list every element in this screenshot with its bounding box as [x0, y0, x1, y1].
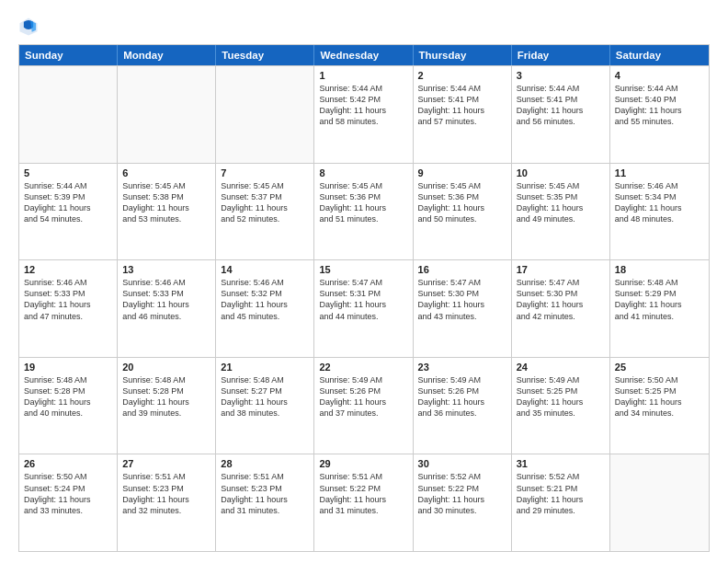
- day-number: 17: [517, 264, 605, 275]
- day-cell-4: 4Sunrise: 5:44 AM Sunset: 5:40 PM Daylig…: [610, 66, 709, 163]
- day-cell-1: 1Sunrise: 5:44 AM Sunset: 5:42 PM Daylig…: [314, 66, 413, 163]
- day-number: 12: [24, 264, 112, 275]
- day-info: Sunrise: 5:45 AM Sunset: 5:38 PM Dayligh…: [122, 180, 210, 225]
- day-info: Sunrise: 5:44 AM Sunset: 5:41 PM Dayligh…: [418, 83, 506, 128]
- day-cell-6: 6Sunrise: 5:45 AM Sunset: 5:38 PM Daylig…: [118, 164, 216, 260]
- calendar-body: 1Sunrise: 5:44 AM Sunset: 5:42 PM Daylig…: [19, 65, 709, 551]
- day-number: 16: [418, 264, 506, 275]
- day-number: 2: [418, 70, 506, 81]
- day-number: 13: [122, 264, 210, 275]
- day-cell-10: 10Sunrise: 5:45 AM Sunset: 5:35 PM Dayli…: [512, 164, 610, 260]
- day-number: 25: [615, 362, 704, 373]
- day-number: 15: [319, 264, 407, 275]
- day-info: Sunrise: 5:52 AM Sunset: 5:22 PM Dayligh…: [418, 471, 506, 516]
- day-info: Sunrise: 5:48 AM Sunset: 5:29 PM Dayligh…: [615, 277, 704, 322]
- day-info: Sunrise: 5:47 AM Sunset: 5:30 PM Dayligh…: [517, 277, 605, 322]
- day-number: 29: [319, 458, 407, 469]
- empty-cell: [216, 66, 314, 163]
- day-info: Sunrise: 5:46 AM Sunset: 5:33 PM Dayligh…: [122, 277, 210, 322]
- logo-icon: [18, 17, 39, 37]
- day-cell-15: 15Sunrise: 5:47 AM Sunset: 5:31 PM Dayli…: [314, 260, 413, 357]
- day-info: Sunrise: 5:48 AM Sunset: 5:27 PM Dayligh…: [221, 374, 309, 419]
- day-header-thursday: Thursday: [414, 45, 512, 65]
- day-cell-19: 19Sunrise: 5:48 AM Sunset: 5:28 PM Dayli…: [19, 358, 118, 454]
- day-info: Sunrise: 5:45 AM Sunset: 5:37 PM Dayligh…: [221, 180, 309, 225]
- day-cell-22: 22Sunrise: 5:49 AM Sunset: 5:26 PM Dayli…: [314, 358, 413, 454]
- calendar-header: SundayMondayTuesdayWednesdayThursdayFrid…: [19, 45, 709, 65]
- day-cell-18: 18Sunrise: 5:48 AM Sunset: 5:29 PM Dayli…: [610, 260, 709, 357]
- day-header-monday: Monday: [118, 45, 216, 65]
- day-header-wednesday: Wednesday: [314, 45, 413, 65]
- day-number: 14: [221, 264, 309, 275]
- day-number: 20: [122, 362, 210, 373]
- day-info: Sunrise: 5:49 AM Sunset: 5:26 PM Dayligh…: [319, 374, 407, 419]
- day-info: Sunrise: 5:44 AM Sunset: 5:39 PM Dayligh…: [24, 180, 112, 225]
- day-cell-3: 3Sunrise: 5:44 AM Sunset: 5:41 PM Daylig…: [512, 66, 610, 163]
- day-info: Sunrise: 5:47 AM Sunset: 5:31 PM Dayligh…: [319, 277, 407, 322]
- day-header-sunday: Sunday: [19, 45, 118, 65]
- day-info: Sunrise: 5:45 AM Sunset: 5:35 PM Dayligh…: [517, 180, 605, 225]
- day-number: 3: [517, 70, 605, 81]
- day-cell-30: 30Sunrise: 5:52 AM Sunset: 5:22 PM Dayli…: [414, 454, 512, 551]
- day-cell-9: 9Sunrise: 5:45 AM Sunset: 5:36 PM Daylig…: [414, 164, 512, 260]
- day-number: 27: [122, 458, 210, 469]
- day-cell-24: 24Sunrise: 5:49 AM Sunset: 5:25 PM Dayli…: [512, 358, 610, 454]
- day-info: Sunrise: 5:46 AM Sunset: 5:32 PM Dayligh…: [221, 277, 309, 322]
- day-cell-8: 8Sunrise: 5:45 AM Sunset: 5:36 PM Daylig…: [314, 164, 413, 260]
- day-info: Sunrise: 5:49 AM Sunset: 5:26 PM Dayligh…: [418, 374, 506, 419]
- header: [18, 17, 710, 37]
- day-info: Sunrise: 5:44 AM Sunset: 5:41 PM Dayligh…: [517, 83, 605, 128]
- day-cell-20: 20Sunrise: 5:48 AM Sunset: 5:28 PM Dayli…: [118, 358, 216, 454]
- day-cell-26: 26Sunrise: 5:50 AM Sunset: 5:24 PM Dayli…: [19, 454, 118, 551]
- logo: [18, 17, 42, 37]
- day-cell-5: 5Sunrise: 5:44 AM Sunset: 5:39 PM Daylig…: [19, 164, 118, 260]
- calendar: SundayMondayTuesdayWednesdayThursdayFrid…: [18, 44, 710, 552]
- week-row-1: 5Sunrise: 5:44 AM Sunset: 5:39 PM Daylig…: [19, 163, 709, 260]
- day-info: Sunrise: 5:50 AM Sunset: 5:24 PM Dayligh…: [24, 471, 112, 516]
- day-cell-17: 17Sunrise: 5:47 AM Sunset: 5:30 PM Dayli…: [512, 260, 610, 357]
- day-cell-11: 11Sunrise: 5:46 AM Sunset: 5:34 PM Dayli…: [610, 164, 709, 260]
- day-number: 6: [122, 167, 210, 178]
- empty-cell: [118, 66, 216, 163]
- day-number: 22: [319, 362, 407, 373]
- day-cell-27: 27Sunrise: 5:51 AM Sunset: 5:23 PM Dayli…: [118, 454, 216, 551]
- day-number: 7: [221, 167, 309, 178]
- day-cell-12: 12Sunrise: 5:46 AM Sunset: 5:33 PM Dayli…: [19, 260, 118, 357]
- day-cell-28: 28Sunrise: 5:51 AM Sunset: 5:23 PM Dayli…: [216, 454, 314, 551]
- empty-cell: [19, 66, 118, 163]
- day-info: Sunrise: 5:52 AM Sunset: 5:21 PM Dayligh…: [517, 471, 605, 516]
- day-number: 26: [24, 458, 112, 469]
- day-number: 8: [319, 167, 407, 178]
- day-info: Sunrise: 5:45 AM Sunset: 5:36 PM Dayligh…: [418, 180, 506, 225]
- day-number: 30: [418, 458, 506, 469]
- day-number: 9: [418, 167, 506, 178]
- day-cell-16: 16Sunrise: 5:47 AM Sunset: 5:30 PM Dayli…: [414, 260, 512, 357]
- day-header-friday: Friday: [512, 45, 610, 65]
- day-info: Sunrise: 5:51 AM Sunset: 5:22 PM Dayligh…: [319, 471, 407, 516]
- day-cell-14: 14Sunrise: 5:46 AM Sunset: 5:32 PM Dayli…: [216, 260, 314, 357]
- day-cell-21: 21Sunrise: 5:48 AM Sunset: 5:27 PM Dayli…: [216, 358, 314, 454]
- day-info: Sunrise: 5:45 AM Sunset: 5:36 PM Dayligh…: [319, 180, 407, 225]
- day-number: 11: [615, 167, 704, 178]
- day-number: 18: [615, 264, 704, 275]
- week-row-2: 12Sunrise: 5:46 AM Sunset: 5:33 PM Dayli…: [19, 259, 709, 357]
- day-info: Sunrise: 5:49 AM Sunset: 5:25 PM Dayligh…: [517, 374, 605, 419]
- day-cell-13: 13Sunrise: 5:46 AM Sunset: 5:33 PM Dayli…: [118, 260, 216, 357]
- page: SundayMondayTuesdayWednesdayThursdayFrid…: [0, 0, 728, 563]
- day-info: Sunrise: 5:44 AM Sunset: 5:42 PM Dayligh…: [319, 83, 407, 128]
- day-info: Sunrise: 5:44 AM Sunset: 5:40 PM Dayligh…: [615, 83, 704, 128]
- day-number: 23: [418, 362, 506, 373]
- day-info: Sunrise: 5:50 AM Sunset: 5:25 PM Dayligh…: [615, 374, 704, 419]
- week-row-4: 26Sunrise: 5:50 AM Sunset: 5:24 PM Dayli…: [19, 454, 709, 551]
- day-number: 4: [615, 70, 704, 81]
- empty-cell: [610, 454, 709, 551]
- day-header-tuesday: Tuesday: [216, 45, 314, 65]
- day-info: Sunrise: 5:46 AM Sunset: 5:33 PM Dayligh…: [24, 277, 112, 322]
- day-cell-31: 31Sunrise: 5:52 AM Sunset: 5:21 PM Dayli…: [512, 454, 610, 551]
- week-row-0: 1Sunrise: 5:44 AM Sunset: 5:42 PM Daylig…: [19, 65, 709, 163]
- day-info: Sunrise: 5:51 AM Sunset: 5:23 PM Dayligh…: [122, 471, 210, 516]
- day-number: 5: [24, 167, 112, 178]
- day-info: Sunrise: 5:48 AM Sunset: 5:28 PM Dayligh…: [122, 374, 210, 419]
- day-cell-29: 29Sunrise: 5:51 AM Sunset: 5:22 PM Dayli…: [314, 454, 413, 551]
- day-cell-23: 23Sunrise: 5:49 AM Sunset: 5:26 PM Dayli…: [414, 358, 512, 454]
